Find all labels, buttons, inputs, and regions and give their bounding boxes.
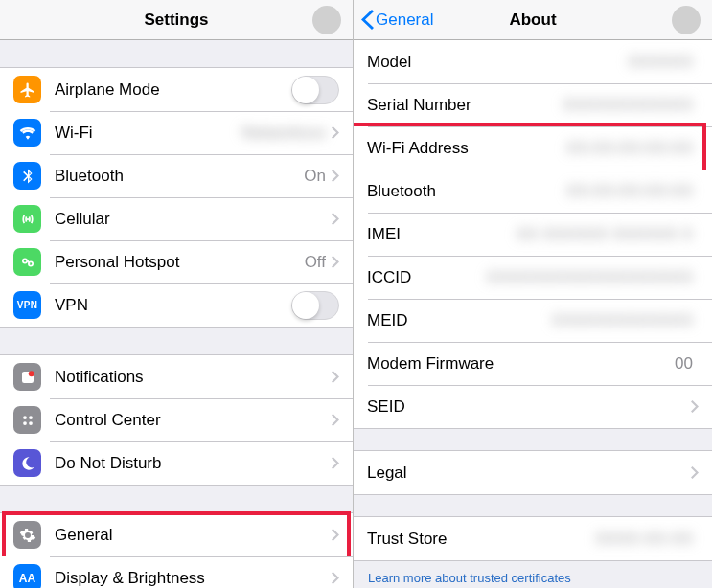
row-airplane-mode[interactable]: Airplane Mode (0, 68, 353, 111)
svg-point-3 (29, 416, 33, 419)
control-center-label: Control Center (55, 411, 332, 430)
row-notifications[interactable]: Notifications (0, 355, 353, 398)
bluetooth-value: On (304, 167, 326, 186)
bt-about-value: XX:XX:XX:XX:XX (566, 182, 693, 201)
chevron-right-icon (691, 400, 699, 413)
row-dnd[interactable]: Do Not Disturb (0, 441, 353, 485)
cellular-label: Cellular (55, 210, 332, 229)
vpn-icon: VPN (13, 291, 41, 319)
bt-about-label: Bluetooth (367, 182, 566, 201)
hotspot-value: Off (305, 253, 326, 272)
wifi-address-label: Wi-Fi Address (367, 139, 566, 158)
vpn-label: VPN (55, 296, 291, 315)
dnd-label: Do Not Disturb (55, 454, 332, 473)
row-serial[interactable]: Serial Number XXXXXXXXXXXX (354, 83, 712, 126)
chevron-right-icon (332, 256, 339, 268)
svg-point-2 (23, 416, 27, 419)
model-value: XXXXXX (628, 53, 693, 72)
hotspot-icon (13, 248, 41, 276)
bluetooth-label: Bluetooth (55, 167, 304, 186)
notifications-icon (13, 363, 41, 391)
vpn-toggle[interactable] (291, 291, 339, 320)
chevron-right-icon (691, 466, 699, 479)
chevron-right-icon (332, 213, 339, 225)
row-imei[interactable]: IMEI XX XXXXXX XXXXXX X (354, 213, 712, 256)
back-label: General (376, 11, 433, 30)
settings-group-general: General AA Display & Brightness (0, 512, 353, 588)
model-label: Model (367, 53, 628, 72)
settings-group-notify: Notifications Control Center Do Not Dist… (0, 354, 353, 486)
about-title: About (509, 11, 556, 30)
moon-icon (13, 449, 41, 477)
row-control-center[interactable]: Control Center (0, 398, 353, 441)
chevron-right-icon (332, 126, 339, 139)
row-legal[interactable]: Legal (354, 451, 712, 494)
row-hotspot[interactable]: Personal Hotspot Off (0, 240, 353, 283)
back-button[interactable]: General (361, 0, 433, 39)
chevron-right-icon (332, 572, 339, 584)
svg-point-5 (29, 421, 33, 425)
row-bt-about[interactable]: Bluetooth XX:XX:XX:XX:XX (354, 170, 712, 213)
trust-learn-more-link[interactable]: Learn more about trusted certificates (354, 561, 712, 588)
about-group-trust: Trust Store XXXX-XX-XX (354, 516, 712, 561)
cellular-icon (13, 205, 41, 233)
chevron-right-icon (332, 529, 339, 541)
chevron-right-icon (332, 414, 339, 426)
row-seid[interactable]: SEID (354, 385, 712, 428)
iccid-label: ICCID (367, 268, 487, 287)
airplane-label: Airplane Mode (55, 80, 291, 100)
row-vpn[interactable]: VPN VPN (0, 283, 353, 327)
row-iccid[interactable]: ICCID XXXXXXXXXXXXXXXXXXX (354, 256, 712, 299)
imei-value: XX XXXXXX XXXXXX X (517, 225, 693, 244)
trust-store-value: XXXX-XX-XX (595, 530, 693, 549)
settings-group-network: Airplane Mode Wi-Fi Networkxxx Bluetooth… (0, 67, 353, 328)
row-bluetooth[interactable]: Bluetooth On (0, 154, 353, 197)
modem-label: Modem Firmware (367, 354, 675, 373)
wifi-value: Networkxxx (241, 124, 326, 143)
gear-icon (13, 521, 41, 549)
bluetooth-icon (13, 162, 41, 190)
legal-label: Legal (367, 464, 691, 483)
modem-value: 00 (675, 354, 693, 373)
display-label: Display & Brightness (55, 569, 332, 588)
chevron-right-icon (332, 371, 339, 383)
top-dot-icon (672, 6, 701, 34)
row-trust-store[interactable]: Trust Store XXXX-XX-XX (354, 517, 712, 560)
chevron-right-icon (332, 170, 339, 182)
notifications-label: Notifications (55, 368, 332, 387)
control-center-icon (13, 406, 41, 434)
row-cellular[interactable]: Cellular (0, 197, 353, 240)
meid-label: MEID (367, 311, 552, 330)
wifi-address-value: XX:XX:XX:XX:XX (566, 139, 693, 158)
about-header: General About (354, 0, 712, 40)
hotspot-label: Personal Hotspot (55, 253, 305, 272)
row-wifi-address[interactable]: Wi-Fi Address XX:XX:XX:XX:XX (354, 126, 712, 170)
about-pane: General About Model XXXXXX Serial Number… (354, 0, 712, 588)
top-dot-icon (312, 6, 341, 34)
settings-title: Settings (144, 11, 208, 30)
chevron-right-icon (332, 457, 339, 469)
row-general[interactable]: General (0, 513, 353, 556)
svg-point-4 (23, 421, 27, 425)
serial-value: XXXXXXXXXXXX (563, 96, 693, 115)
about-group-main: Model XXXXXX Serial Number XXXXXXXXXXXX … (354, 40, 712, 429)
meid-value: XXXXXXXXXXXXX (552, 311, 693, 330)
seid-label: SEID (367, 397, 691, 417)
settings-header: Settings (0, 0, 353, 40)
wifi-icon (13, 119, 41, 147)
row-meid[interactable]: MEID XXXXXXXXXXXXX (354, 299, 712, 342)
trust-store-label: Trust Store (367, 530, 595, 549)
airplane-toggle[interactable] (291, 76, 339, 104)
serial-label: Serial Number (367, 96, 563, 115)
airplane-icon (13, 76, 41, 103)
display-icon: AA (13, 564, 41, 588)
wifi-label: Wi-Fi (55, 124, 241, 143)
iccid-value: XXXXXXXXXXXXXXXXXXX (487, 268, 693, 287)
row-display[interactable]: AA Display & Brightness (0, 556, 353, 588)
general-label: General (55, 526, 332, 545)
row-model[interactable]: Model XXXXXX (354, 40, 712, 83)
row-modem[interactable]: Modem Firmware 00 (354, 342, 712, 385)
row-wifi[interactable]: Wi-Fi Networkxxx (0, 111, 353, 154)
svg-point-1 (28, 371, 34, 376)
about-group-legal: Legal (354, 450, 712, 495)
